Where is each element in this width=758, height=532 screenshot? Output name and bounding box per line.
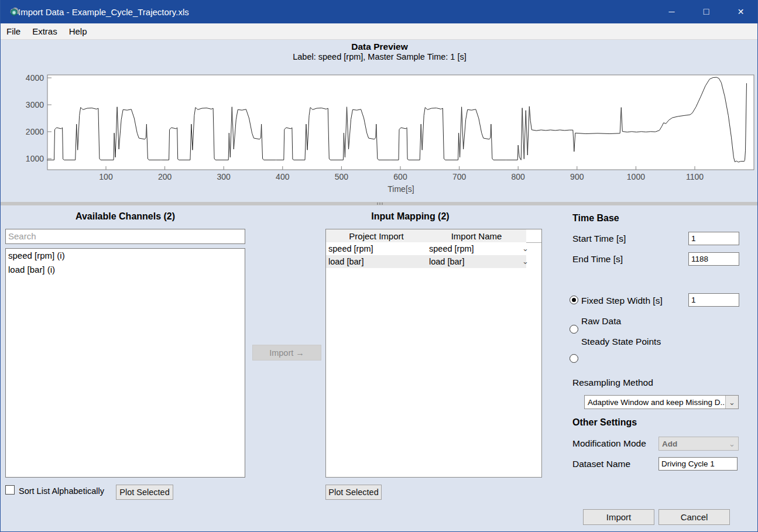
preview-chart: 1002003004005006007008009001000110010002… bbox=[1, 64, 758, 202]
chevron-down-icon: ⌄ bbox=[522, 259, 529, 265]
start-time-input[interactable] bbox=[688, 232, 739, 245]
app-icon bbox=[9, 6, 20, 18]
available-channels-title: Available Channels (2) bbox=[5, 211, 245, 222]
svg-text:3000: 3000 bbox=[26, 100, 44, 109]
close-button[interactable]: ✕ bbox=[723, 0, 758, 23]
search-input[interactable] bbox=[5, 229, 245, 244]
raw-data-radio[interactable] bbox=[570, 325, 578, 334]
x-axis-label: Time[s] bbox=[387, 184, 414, 194]
chevron-down-icon: ⌄ bbox=[726, 437, 738, 450]
splitter-grip bbox=[382, 202, 383, 205]
resampling-method-dropdown[interactable]: Adaptive Window and keep Missing D... ⌄ bbox=[584, 395, 739, 409]
raw-data-label: Raw Data bbox=[581, 316, 621, 327]
svg-text:400: 400 bbox=[276, 172, 290, 181]
start-time-label: Start Time [s] bbox=[572, 234, 626, 244]
other-settings-title: Other Settings bbox=[572, 417, 637, 428]
svg-text:1100: 1100 bbox=[686, 172, 704, 181]
svg-text:700: 700 bbox=[452, 172, 467, 181]
import-name-dropdown[interactable]: load [bar]⌄ bbox=[427, 255, 531, 268]
import-button[interactable]: Import bbox=[583, 509, 654, 525]
preview-subtitle: Label: speed [rpm], Master Sample Time: … bbox=[1, 52, 758, 61]
chevron-down-icon: ⌄ bbox=[725, 396, 738, 409]
steady-state-points-label: Steady State Points bbox=[581, 337, 661, 347]
preview-title: Data Preview bbox=[1, 42, 758, 52]
cancel-button[interactable]: Cancel bbox=[658, 509, 730, 525]
svg-text:500: 500 bbox=[335, 172, 349, 181]
close-icon: ✕ bbox=[738, 7, 745, 16]
channel-list[interactable]: speed [rpm] (i) load [bar] (i) bbox=[5, 248, 245, 478]
end-time-label: End Time [s] bbox=[572, 254, 623, 265]
title-bar: Import Data - Example_Cycle_Trajectory.x… bbox=[1, 0, 758, 23]
svg-text:200: 200 bbox=[158, 172, 172, 181]
horizontal-splitter[interactable] bbox=[1, 202, 758, 205]
minimize-icon: ─ bbox=[669, 7, 675, 16]
list-item[interactable]: load [bar] (i) bbox=[6, 263, 245, 277]
fixed-step-width-radio[interactable] bbox=[570, 296, 578, 304]
svg-text:900: 900 bbox=[570, 172, 584, 181]
fixed-step-width-input[interactable] bbox=[688, 293, 739, 307]
menu-help[interactable]: Help bbox=[63, 23, 93, 40]
dataset-name-input[interactable] bbox=[658, 457, 738, 471]
project-import-cell[interactable]: speed [rpm] bbox=[326, 242, 431, 255]
splitter-grip bbox=[377, 202, 378, 205]
project-import-cell[interactable]: load [bar] bbox=[326, 255, 431, 268]
svg-text:600: 600 bbox=[393, 172, 407, 181]
fixed-step-width-label: Fixed Step Width [s] bbox=[581, 296, 663, 306]
menu-extras[interactable]: Extras bbox=[26, 23, 63, 40]
sort-alphabetically-checkbox[interactable] bbox=[5, 485, 15, 495]
svg-text:800: 800 bbox=[512, 172, 526, 181]
menu-bar: File Extras Help bbox=[1, 23, 758, 40]
plot-area bbox=[47, 75, 754, 170]
plot-selected-mapping-button[interactable]: Plot Selected bbox=[325, 485, 382, 500]
svg-text:2000: 2000 bbox=[26, 127, 44, 136]
import-transfer-button[interactable]: Import → bbox=[252, 345, 321, 361]
end-time-input[interactable] bbox=[688, 252, 739, 266]
steady-state-points-radio[interactable] bbox=[570, 354, 578, 363]
sort-alphabetically-label: Sort List Alphabetically bbox=[19, 486, 104, 496]
input-mapping-table: Project Import Import Name speed [rpm] s… bbox=[325, 229, 542, 478]
column-header-project-import[interactable]: Project Import bbox=[326, 229, 427, 243]
chevron-down-icon: ⌄ bbox=[522, 246, 529, 252]
minimize-button[interactable]: ─ bbox=[654, 0, 689, 23]
modification-mode-dropdown: Add ⌄ bbox=[658, 437, 739, 451]
window-title: Import Data - Example_Cycle_Trajectory.x… bbox=[18, 7, 189, 17]
column-header-spacer bbox=[526, 229, 541, 243]
svg-text:100: 100 bbox=[99, 172, 113, 181]
resampling-method-label: Resampling Method bbox=[572, 377, 653, 388]
time-base-title: Time Base bbox=[572, 213, 619, 224]
import-data-window: Import Data - Example_Cycle_Trajectory.x… bbox=[0, 0, 758, 532]
maximize-icon: □ bbox=[704, 6, 709, 17]
splitter-grip bbox=[379, 202, 380, 205]
plot-selected-channels-button[interactable]: Plot Selected bbox=[116, 485, 173, 500]
dataset-name-label: Dataset Name bbox=[572, 459, 630, 469]
list-item[interactable]: speed [rpm] (i) bbox=[6, 249, 245, 263]
maximize-button[interactable]: □ bbox=[689, 0, 723, 23]
menu-file[interactable]: File bbox=[1, 23, 26, 40]
svg-text:1000: 1000 bbox=[26, 154, 44, 163]
modification-mode-label: Modification Mode bbox=[572, 438, 646, 449]
input-mapping-title: Input Mapping (2) bbox=[325, 211, 495, 222]
svg-text:300: 300 bbox=[217, 172, 231, 181]
svg-text:1000: 1000 bbox=[627, 172, 645, 181]
svg-text:4000: 4000 bbox=[26, 73, 44, 83]
column-header-import-name[interactable]: Import Name bbox=[427, 229, 527, 243]
import-name-dropdown[interactable]: speed [rpm]⌄ bbox=[427, 242, 531, 255]
